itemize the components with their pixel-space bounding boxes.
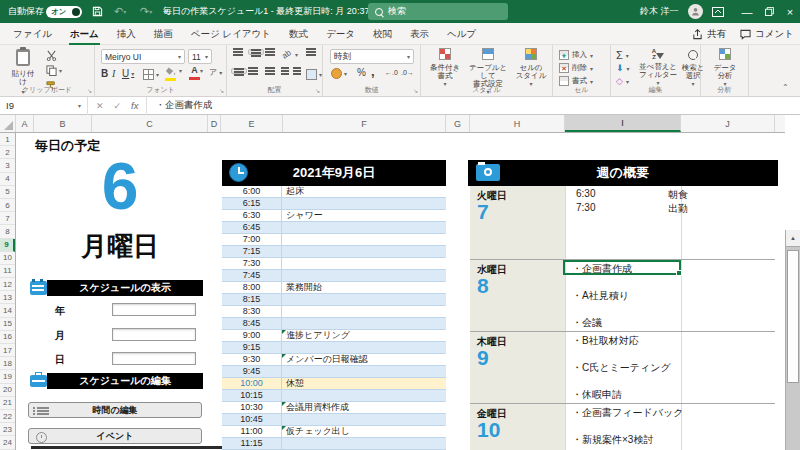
data-analysis-button[interactable]: データ分析▾ (704, 48, 746, 88)
dialog-launcher-icon[interactable]: ↘ (219, 87, 224, 94)
schedule-row-8:30[interactable]: 8:30 (222, 306, 446, 318)
row-header-5[interactable]: 5 (0, 186, 15, 199)
increase-decimal-button[interactable]: ←.0 (385, 69, 398, 76)
vertical-scrollbar[interactable]: ▲ (785, 230, 800, 450)
avatar[interactable] (688, 4, 703, 19)
note-cell[interactable]: ・B社取材対応 (572, 334, 639, 348)
schedule-row-11:15[interactable]: 11:15 (222, 438, 446, 450)
underline-button[interactable]: U▾ (122, 68, 134, 79)
currency-button[interactable]: ▾ (331, 68, 347, 79)
column-header-H[interactable]: H (470, 115, 565, 132)
row-header-22[interactable]: 22 (0, 410, 15, 423)
name-box[interactable]: I9▾ (0, 97, 88, 115)
merge-center-button[interactable]: ▾ (306, 69, 322, 80)
side-button-イベント[interactable]: イベント (28, 428, 202, 444)
scroll-up-arrow[interactable]: ▲ (786, 230, 800, 247)
formula-content[interactable]: ・企画書作成 (147, 99, 212, 112)
side-button-時間の編集[interactable]: 時間の編集 (28, 402, 202, 418)
schedule-row-9:00[interactable]: 9:00進捗ヒアリング (222, 330, 446, 342)
cells-挿入-button[interactable]: ＋挿入▾ (559, 49, 593, 61)
bold-button[interactable]: B (101, 68, 108, 79)
schedule-row-7:45[interactable]: 7:45 (222, 270, 446, 282)
cancel-icon[interactable]: ✕ (96, 101, 104, 111)
font-size-select[interactable]: 11▾ (188, 49, 212, 64)
decrease-decimal-button[interactable]: .0→ (401, 69, 414, 76)
row-header-6[interactable]: 6 (0, 199, 15, 212)
italic-button[interactable]: I (112, 68, 115, 79)
schedule-row-6:45[interactable]: 6:45 (222, 222, 446, 234)
cut-button[interactable] (46, 50, 57, 61)
copy-button[interactable]: ▾ (46, 65, 62, 76)
field-input-月[interactable] (112, 328, 196, 341)
column-header-E[interactable]: E (221, 115, 283, 132)
selected-cell[interactable] (563, 260, 681, 275)
schedule-row-6:30[interactable]: 6:30シャワー (222, 210, 446, 222)
row-header-24[interactable]: 24 (0, 436, 15, 449)
borders-button[interactable]: ▾ (143, 69, 159, 80)
note-cell[interactable]: ・C氏とミーティング (572, 361, 671, 375)
tab-校閲[interactable]: 校閲 (364, 23, 401, 45)
column-header-J[interactable]: J (681, 115, 775, 132)
field-input-日[interactable] (112, 352, 196, 365)
row-header-8[interactable]: 8 (0, 225, 15, 238)
column-header-G[interactable]: G (446, 115, 470, 132)
tab-数式[interactable]: 数式 (280, 23, 317, 45)
redo-button[interactable]: ↷▾ (140, 0, 152, 23)
column-header-F[interactable]: F (283, 115, 446, 132)
dialog-launcher-icon[interactable]: ↘ (315, 87, 320, 94)
schedule-row-8:00[interactable]: 8:00業務開始 (222, 282, 446, 294)
font-color-button[interactable]: A (189, 66, 200, 80)
autosum-button[interactable]: Σ▾ (616, 49, 629, 61)
row-header-14[interactable]: 14 (0, 304, 15, 317)
entry-time[interactable]: 7:30 (576, 202, 595, 213)
save-icon[interactable] (92, 0, 103, 23)
tab-ページ レイアウト[interactable]: ページ レイアウト (182, 23, 280, 45)
column-header-A[interactable]: A (16, 115, 34, 132)
fill-color-chevron[interactable]: ▾ (179, 67, 182, 74)
scrollbar-thumb[interactable] (787, 250, 799, 383)
align-left-button[interactable] (231, 68, 247, 74)
align-middle-button[interactable] (248, 49, 264, 55)
tab-ホーム[interactable]: ホーム (61, 23, 108, 45)
row-header-23[interactable]: 23 (0, 423, 15, 436)
font-name-select[interactable]: Meiryo UI▾ (101, 49, 185, 64)
comma-button[interactable]: , (371, 64, 375, 79)
row-header-10[interactable]: 10 (0, 252, 15, 265)
font-color-chevron[interactable]: ▾ (200, 67, 203, 74)
row-header-15[interactable]: 15 (0, 318, 15, 331)
autosave-toggle[interactable]: オン (46, 6, 82, 18)
schedule-row-7:30[interactable]: 7:30 (222, 258, 446, 270)
row-header-3[interactable]: 3 (0, 159, 15, 172)
close-button[interactable]: × (779, 0, 800, 23)
row-header-18[interactable]: 18 (0, 357, 15, 370)
row-header-1[interactable]: 1 (0, 133, 15, 146)
schedule-row-8:15[interactable]: 8:15 (222, 294, 446, 306)
note-cell[interactable]: ・新規案件×3検討 (572, 433, 653, 447)
tab-描画[interactable]: 描画 (145, 23, 182, 45)
share-button[interactable]: 共有 (692, 28, 726, 41)
row-header-21[interactable]: 21 (0, 397, 15, 410)
schedule-row-7:00[interactable]: 7:00 (222, 234, 446, 246)
style-button-1[interactable]: 条件付き書式▾ (424, 48, 466, 88)
undo-button[interactable]: ↶▾ (114, 0, 126, 23)
row-header-2[interactable]: 2 (0, 146, 15, 159)
tab-挿入[interactable]: 挿入 (108, 23, 145, 45)
entry-label[interactable]: 出勤 (668, 202, 688, 216)
percent-button[interactable]: % (357, 67, 366, 78)
note-cell[interactable]: ・会議 (572, 316, 602, 330)
ruby-button[interactable]: ア▾ (209, 67, 222, 78)
enter-icon[interactable]: ✓ (114, 101, 122, 111)
schedule-row-9:45[interactable]: 9:45 (222, 366, 446, 378)
note-cell[interactable]: ・A社見積り (572, 289, 629, 303)
column-header-I[interactable]: I (565, 115, 681, 132)
column-header-C[interactable]: C (92, 115, 208, 132)
column-header-D[interactable]: D (208, 115, 221, 132)
comment-button[interactable]: コメント (740, 28, 794, 41)
orientation-chevron[interactable]: ▾ (295, 51, 298, 58)
field-input-年[interactable] (112, 303, 196, 316)
schedule-row-7:15[interactable]: 7:15 (222, 246, 446, 258)
dialog-launcher-icon[interactable]: ↘ (413, 87, 418, 94)
row-header-16[interactable]: 16 (0, 331, 15, 344)
style-button-3[interactable]: セルのスタイル▾ (510, 48, 552, 88)
row-header-12[interactable]: 12 (0, 278, 15, 291)
